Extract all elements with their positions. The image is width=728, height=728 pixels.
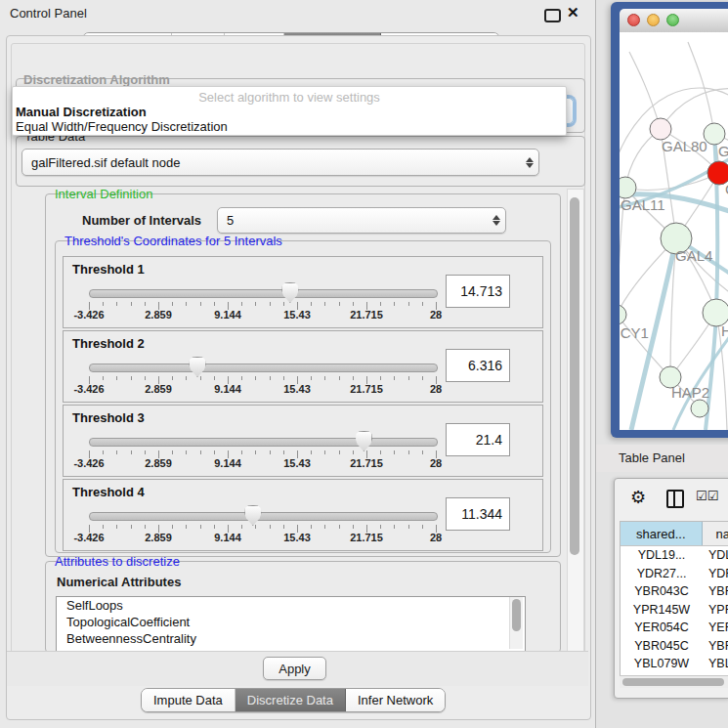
slider-track[interactable] <box>89 289 438 298</box>
table-row[interactable]: YDL19...YDL1 <box>621 546 728 565</box>
table-data-combobox[interactable]: galFiltered.sif default node <box>21 149 539 176</box>
tab-label: Impute Data <box>153 693 223 707</box>
tick-label: 28 <box>430 457 442 469</box>
gear-icon[interactable]: ⚙ <box>630 487 646 508</box>
cell-shared-name: YDL19... <box>621 548 703 562</box>
threshold-value-field[interactable]: 11.344 <box>446 497 510 531</box>
tick-label: -3.426 <box>73 383 104 395</box>
split-columns-icon[interactable] <box>666 490 684 508</box>
node-table: shared... na YDL19...YDL1YDR27...YDR2YBR… <box>620 521 728 676</box>
slider-thumb[interactable] <box>189 357 206 377</box>
dropdown-option-manual-discretization[interactable]: Manual Discretization <box>15 105 563 119</box>
cell-name: YDR2 <box>703 567 728 580</box>
tick-label: 2.859 <box>145 383 172 395</box>
table-row[interactable]: YBR045CYBR0 <box>621 637 728 656</box>
settings-vertical-scrollbar[interactable] <box>567 189 584 655</box>
tick-label: 28 <box>430 309 442 321</box>
scrollbar-thumb[interactable] <box>512 599 521 631</box>
table-row[interactable]: YPR145WYPR1 <box>621 601 728 620</box>
threshold-label: Threshold 3 <box>72 410 145 425</box>
tick-label: 9.144 <box>214 457 241 469</box>
threshold-value-field[interactable]: 21.4 <box>446 423 510 456</box>
cell-name: YBR0 <box>703 584 728 598</box>
threshold-label: Threshold 1 <box>72 262 145 277</box>
close-icon[interactable]: ✕ <box>567 4 579 21</box>
table-horizontal-scrollbar[interactable] <box>620 675 728 688</box>
slider-tick-labels: -3.4262.8599.14415.4321.71528 <box>89 383 437 397</box>
network-view-window: GAL80GACGAL11GAL4GCY1HHAP2 <box>611 2 728 438</box>
tick-label: 21.715 <box>350 532 383 543</box>
threshold-value-field[interactable]: 14.713 <box>446 275 510 308</box>
tick-label: 2.859 <box>145 457 172 469</box>
threshold-label: Threshold 2 <box>72 336 145 351</box>
cell-shared-name: YDR27... <box>621 567 703 580</box>
dropdown-prompt-item[interactable]: Select algorithm to view settings <box>13 90 566 105</box>
table-row[interactable]: YBL079WYBL0 <box>621 655 728 673</box>
table-panel-window: ⚙ ☑☑ shared... na YDL19...YDL1YDR27...YD… <box>614 478 728 699</box>
tick-label: 15.43 <box>283 309 311 321</box>
traffic-light-zoom-icon[interactable] <box>666 14 679 26</box>
cell-shared-name: YBR045C <box>621 639 703 653</box>
slider-track[interactable] <box>89 438 438 447</box>
attribute-list-item[interactable]: BetweennessCentrality <box>57 630 525 647</box>
attribute-list-item[interactable]: TopologicalCoefficient <box>57 614 525 630</box>
control-panel-window: Control Panel ✕ NetworkStyleSelectCyni T… <box>0 0 596 728</box>
cell-shared-name: YER054C <box>621 621 703 634</box>
traffic-light-minimize-icon[interactable] <box>647 14 660 26</box>
select-columns-icon[interactable]: ☑☑ <box>696 489 718 503</box>
slider-track[interactable] <box>89 512 438 521</box>
threshold-panel-3: Threshold 3-3.4262.8599.14415.4321.71528… <box>63 405 543 477</box>
table-body: YDL19...YDL1YDR27...YDR2YBR043CYBR0YPR14… <box>621 546 728 676</box>
tick-label: -3.426 <box>73 457 104 469</box>
tab-label: Discretize Data <box>247 693 333 707</box>
network-node-ga[interactable] <box>704 123 725 145</box>
interval-definition-title: Interval Definition <box>52 187 155 201</box>
apply-button[interactable]: Apply <box>263 657 326 680</box>
column-header-name[interactable]: na <box>703 522 728 545</box>
dropdown-option-equal-width-frequency[interactable]: Equal Width/Frequency Discretization <box>15 119 563 134</box>
window-title: Control Panel <box>10 6 87 21</box>
network-edge[interactable] <box>629 52 661 129</box>
column-header-shared-name[interactable]: shared... <box>621 522 703 545</box>
slider-thumb[interactable] <box>281 282 299 303</box>
number-of-intervals-combobox[interactable]: 5 <box>217 207 506 234</box>
threshold-value-field[interactable]: 6.316 <box>446 349 510 382</box>
stepper-icon <box>488 208 505 233</box>
numerical-attributes-label: Numerical Attributes <box>57 575 181 589</box>
node-label: HAP2 <box>671 384 709 401</box>
network-edge[interactable] <box>625 173 719 190</box>
network-node-gal11[interactable] <box>620 177 636 198</box>
node-label: GAL11 <box>621 196 665 213</box>
numerical-attributes-list[interactable]: SelfLoopsTopologicalCoefficientBetweenne… <box>56 596 526 652</box>
number-of-intervals-value: 5 <box>218 213 488 228</box>
tick-label: 9.144 <box>214 532 241 543</box>
float-window-icon[interactable] <box>544 9 561 22</box>
threshold-label: Threshold 4 <box>72 485 145 499</box>
traffic-light-close-icon[interactable] <box>627 14 640 26</box>
slider-thumb[interactable] <box>355 431 372 451</box>
network-window-titlebar <box>620 9 728 33</box>
tick-label: 21.715 <box>350 457 383 469</box>
scrollbar-thumb[interactable] <box>622 678 724 686</box>
tick-label: 21.715 <box>350 309 383 321</box>
network-node[interactable] <box>691 400 708 417</box>
scrollbar-thumb[interactable] <box>570 197 579 555</box>
slider-thumb[interactable] <box>244 505 262 526</box>
algorithm-dropdown-popup: Select algorithm to view settings Manual… <box>12 86 567 136</box>
tick-label: 15.43 <box>283 457 311 469</box>
attribute-list-item[interactable]: SelfLoops <box>57 597 525 614</box>
tab-label: Infer Network <box>358 693 433 707</box>
network-node-gal80[interactable] <box>650 118 671 140</box>
cyni-mode-tabs: Impute DataDiscretize DataInfer Network <box>141 688 446 712</box>
tab-infer-network[interactable]: Infer Network <box>346 689 445 711</box>
tab-impute-data[interactable]: Impute Data <box>142 689 236 711</box>
table-row[interactable]: YDR27...YDR2 <box>621 565 728 583</box>
slider-track[interactable] <box>89 364 438 372</box>
node-label: GA <box>718 143 728 159</box>
table-row[interactable]: YER054CYER0 <box>621 619 728 637</box>
network-node-gcy1[interactable] <box>620 305 626 324</box>
attributes-list-scrollbar[interactable] <box>509 597 523 649</box>
tab-discretize-data[interactable]: Discretize Data <box>236 689 346 711</box>
network-canvas[interactable]: GAL80GACGAL11GAL4GCY1HHAP2 <box>620 32 728 430</box>
table-row[interactable]: YBR043CYBR0 <box>621 582 728 601</box>
